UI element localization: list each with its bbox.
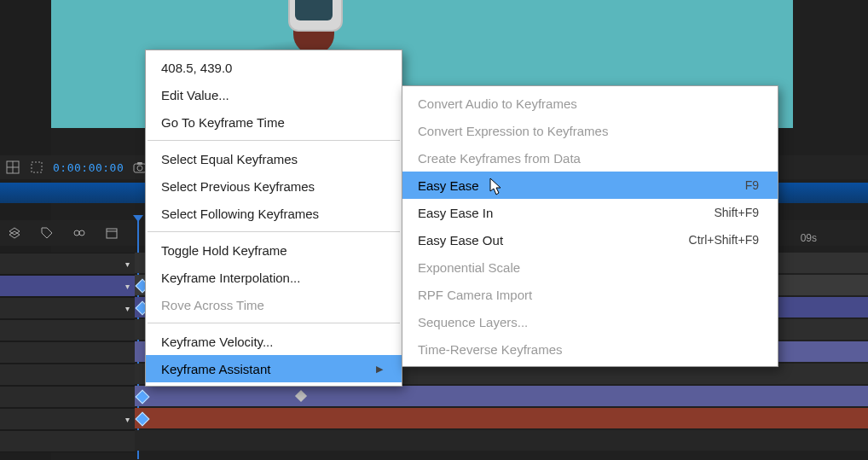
menu-keyframe-assistant[interactable]: Keyframe Assistant ▶: [146, 355, 402, 382]
layer-header[interactable]: [0, 386, 135, 408]
svg-point-10: [79, 230, 84, 236]
link-icon[interactable]: [72, 225, 87, 241]
layer-header[interactable]: [0, 319, 135, 341]
time-ruler-tick: 09s: [801, 232, 817, 244]
submenu-easy-ease[interactable]: Easy Ease F9: [402, 172, 778, 199]
menu-select-following[interactable]: Select Following Keyframes: [146, 200, 402, 227]
svg-rect-3: [32, 162, 42, 172]
layer-header[interactable]: ▾: [0, 253, 135, 275]
menu-interpolation[interactable]: Keyframe Interpolation...: [146, 264, 402, 291]
submenu-sequence: Sequence Layers...: [402, 308, 778, 335]
shortcut-label: F9: [745, 178, 759, 192]
submenu-arrow-icon: ▶: [376, 364, 383, 375]
watch-graphic: [280, 0, 348, 55]
menu-toggle-hold[interactable]: Toggle Hold Keyframe: [146, 236, 402, 264]
mask-icon[interactable]: [29, 160, 44, 175]
submenu-convert-audio: Convert Audio to Keyframes: [402, 90, 778, 117]
menu-separator: [148, 323, 400, 323]
submenu-create-from-data: Create Keyframes from Data: [402, 144, 778, 172]
submenu-exponential: Exponential Scale: [402, 253, 778, 281]
track-row[interactable]: [135, 430, 868, 451]
layer-header[interactable]: ▾: [0, 408, 135, 430]
layer-header[interactable]: ▾: [0, 275, 135, 297]
submenu-easy-ease-out[interactable]: Easy Ease Out Ctrl+Shift+F9: [402, 226, 778, 253]
svg-rect-11: [107, 229, 117, 238]
chevron-down-icon: ▾: [125, 304, 130, 313]
layer-header[interactable]: [0, 341, 135, 364]
keyframe-diamond[interactable]: [295, 390, 307, 402]
shortcut-label: Shift+F9: [714, 206, 759, 219]
menu-value-readout[interactable]: 408.5, 439.0: [146, 54, 402, 81]
layers-icon[interactable]: [7, 225, 22, 241]
menu-edit-value[interactable]: Edit Value...: [146, 81, 402, 108]
tag-icon[interactable]: [39, 225, 55, 241]
menu-velocity[interactable]: Keyframe Velocity...: [146, 328, 402, 355]
chevron-down-icon: ▾: [125, 282, 130, 291]
keyframe-assistant-submenu: Convert Audio to Keyframes Convert Expre…: [402, 85, 778, 367]
menu-separator: [148, 231, 400, 232]
menu-select-previous[interactable]: Select Previous Keyframes: [146, 172, 402, 200]
grid-icon[interactable]: [5, 160, 20, 175]
menu-rove: Rove Across Time: [146, 291, 402, 318]
layer-header[interactable]: ▾: [0, 297, 135, 319]
current-timecode[interactable]: 0:00:00:00: [53, 161, 124, 174]
submenu-easy-ease-in[interactable]: Easy Ease In Shift+F9: [402, 199, 778, 226]
calendar-icon[interactable]: [104, 225, 119, 241]
svg-point-5: [137, 166, 142, 171]
chevron-down-icon: ▾: [125, 259, 130, 269]
layer-header[interactable]: [0, 364, 135, 386]
submenu-time-reverse: Time-Reverse Keyframes: [402, 335, 778, 363]
track-row[interactable]: [135, 408, 868, 428]
keyframe-diamond[interactable]: [136, 412, 150, 427]
keyframe-context-menu: 408.5, 439.0 Edit Value... Go To Keyfram…: [145, 49, 402, 387]
submenu-rpf: RPF Camera Import: [402, 281, 778, 308]
svg-rect-6: [137, 162, 142, 165]
chevron-down-icon: ▾: [125, 415, 130, 424]
menu-goto-keyframe-time[interactable]: Go To Keyframe Time: [146, 108, 402, 136]
layer-header[interactable]: [0, 430, 135, 452]
shortcut-label: Ctrl+Shift+F9: [689, 233, 759, 247]
submenu-convert-expression: Convert Expression to Keyframes: [402, 117, 778, 144]
keyframe-diamond[interactable]: [136, 390, 150, 405]
svg-point-9: [74, 230, 79, 236]
track-row[interactable]: [135, 386, 868, 406]
menu-separator: [148, 140, 400, 141]
menu-select-equal[interactable]: Select Equal Keyframes: [146, 145, 402, 172]
app-window: 0:00:00:00 09s ▾ ▾ ▾: [0, 0, 868, 460]
